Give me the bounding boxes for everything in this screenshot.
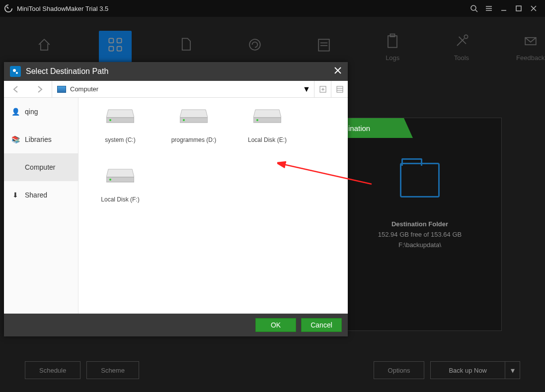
svg-point-38	[183, 119, 185, 121]
destination-body[interactable]: Destination Folder 152.94 GB free of 153…	[338, 138, 501, 249]
destination-free: 152.94 GB free of 153.64 GB	[378, 231, 462, 238]
dialog-title: Select Destination Path	[26, 67, 108, 76]
svg-rect-12	[117, 47, 121, 51]
select-destination-dialog: Select Destination Path Computer ▼ 👤 qin…	[4, 62, 348, 336]
svg-line-19	[457, 38, 464, 45]
svg-point-23	[13, 69, 16, 72]
destination-tab[interactable]: ination	[338, 118, 413, 138]
dialog-titlebar: Select Destination Path	[4, 62, 348, 81]
disk-icon	[106, 167, 134, 184]
mail-icon	[522, 32, 540, 50]
library-icon: 📚	[11, 135, 20, 144]
destination-panel: ination Destination Folder 152.94 GB fre…	[338, 118, 502, 331]
dialog-footer: OK Cancel	[4, 314, 348, 336]
svg-point-24	[16, 72, 18, 74]
nav-backup[interactable]	[99, 31, 132, 63]
svg-marker-33	[106, 110, 134, 118]
svg-point-0	[471, 5, 476, 10]
sidebar-item-user[interactable]: 👤 qing	[4, 98, 78, 126]
disk-icon	[106, 108, 134, 125]
cancel-button[interactable]: Cancel	[301, 318, 342, 332]
nav-restore[interactable]	[240, 36, 270, 58]
drive-item[interactable]: Local Disk (E:)	[231, 105, 304, 164]
svg-point-41	[256, 119, 258, 121]
monitor-icon	[57, 86, 66, 93]
sidebar-item-shared[interactable]: ⬇ Shared	[4, 181, 78, 209]
grid-icon	[106, 36, 124, 54]
disk-icon	[253, 108, 281, 125]
svg-rect-30	[337, 86, 343, 92]
home-icon	[35, 36, 53, 54]
nav-logs[interactable]: Logs	[378, 32, 407, 62]
nav-home[interactable]	[30, 36, 59, 58]
title-bar: MiniTool ShadowMaker Trial 3.5	[0, 0, 545, 17]
folder-icon	[400, 163, 440, 197]
svg-point-44	[109, 179, 111, 181]
svg-point-13	[249, 39, 260, 50]
drive-item[interactable]: Local Disk (F:)	[83, 164, 157, 224]
drive-item[interactable]: programmes (D:)	[157, 105, 231, 164]
chevron-down-icon[interactable]: ▾	[505, 361, 520, 379]
new-folder-icon[interactable]	[314, 81, 331, 97]
minimize-icon[interactable]	[496, 1, 511, 16]
options-button[interactable]: Options	[374, 361, 425, 379]
svg-rect-6	[516, 6, 521, 11]
list-view-icon[interactable]	[331, 81, 348, 97]
sidebar-item-computer[interactable]: Computer	[4, 153, 78, 181]
dialog-toolbar: Computer ▼	[4, 81, 348, 98]
nav-sync[interactable]	[171, 36, 201, 58]
dialog-sidebar: 👤 qing 📚 Libraries Computer ⬇ Shared	[4, 98, 78, 314]
svg-marker-39	[253, 110, 281, 118]
destination-title: Destination Folder	[391, 220, 448, 228]
svg-rect-14	[318, 39, 329, 51]
monitor-icon	[11, 163, 20, 172]
svg-line-1	[475, 10, 477, 12]
app-logo	[4, 4, 13, 13]
scheme-button[interactable]: Scheme	[86, 361, 139, 379]
list-icon	[315, 36, 333, 54]
svg-point-35	[109, 119, 111, 121]
destination-path: F:\backupdata\	[398, 241, 441, 249]
close-window-icon[interactable]	[526, 1, 541, 16]
menu-icon[interactable]	[481, 1, 496, 16]
clipboard-icon	[384, 32, 401, 50]
ok-button[interactable]: OK	[255, 318, 296, 332]
svg-rect-17	[388, 36, 397, 47]
backup-now-button[interactable]: Back up Now ▾	[430, 361, 520, 379]
nav-feedback[interactable]: Feedback	[516, 32, 545, 62]
nav-manage[interactable]	[309, 36, 338, 58]
restore-icon	[246, 36, 264, 54]
close-icon[interactable]	[334, 66, 342, 76]
svg-marker-42	[106, 169, 134, 177]
svg-rect-9	[109, 38, 113, 43]
dialog-logo	[10, 66, 21, 77]
disk-icon	[180, 108, 208, 125]
svg-point-21	[464, 35, 467, 38]
sidebar-item-libraries[interactable]: 📚 Libraries	[4, 126, 78, 153]
svg-marker-36	[180, 110, 208, 118]
svg-rect-11	[109, 47, 113, 51]
back-icon[interactable]	[4, 85, 28, 94]
search-icon[interactable]	[467, 1, 481, 16]
app-title: MiniTool ShadowMaker Trial 3.5	[17, 5, 108, 12]
maximize-icon[interactable]	[511, 1, 526, 16]
tools-icon	[453, 32, 470, 50]
svg-rect-10	[117, 38, 121, 43]
breadcrumb[interactable]: Computer	[52, 85, 299, 93]
user-icon: 👤	[11, 107, 20, 116]
dialog-content: system (C:) programmes (D:) Local Disk (…	[78, 98, 348, 314]
breadcrumb-dropdown-icon[interactable]: ▼	[299, 85, 314, 94]
forward-icon[interactable]	[28, 85, 52, 94]
drive-item[interactable]: system (C:)	[83, 105, 157, 164]
nav-tools[interactable]: Tools	[447, 32, 476, 62]
schedule-button[interactable]: Schedule	[25, 361, 80, 379]
shared-icon: ⬇	[11, 191, 20, 199]
files-icon	[177, 36, 195, 54]
bottom-bar: Schedule Scheme Options Back up Now ▾	[0, 348, 545, 392]
